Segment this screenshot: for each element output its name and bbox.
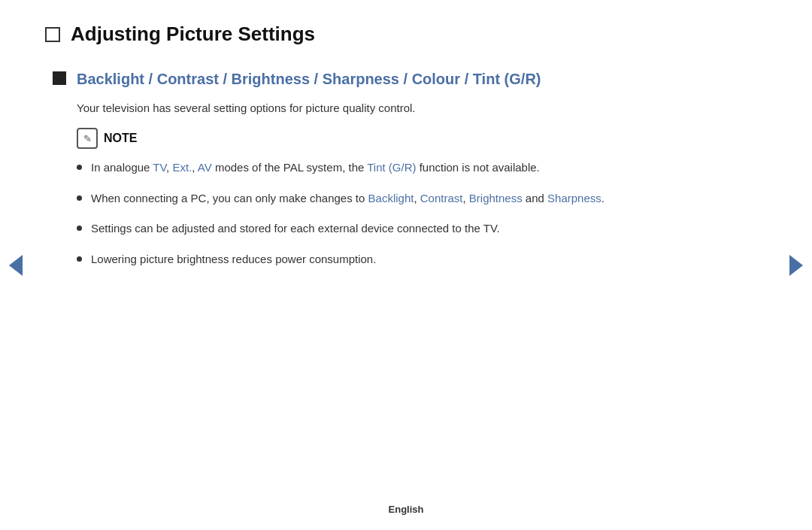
nav-arrow-right[interactable] <box>789 255 803 276</box>
section-bullet-square <box>53 71 66 85</box>
bullet-text-1: In analogue TV, Ext., AV modes of the PA… <box>91 159 752 177</box>
bullet-text-3: Settings can be adjusted and stored for … <box>91 220 752 238</box>
list-item: In analogue TV, Ext., AV modes of the PA… <box>77 159 752 177</box>
inline-link-brightness: Brightness <box>469 192 523 204</box>
section: Backlight / Contrast / Brightness / Shar… <box>53 68 752 268</box>
list-item: Lowering picture brightness reduces powe… <box>77 251 752 268</box>
inline-link-ext: Ext. <box>172 161 192 174</box>
section-header-row: Backlight / Contrast / Brightness / Shar… <box>53 68 752 89</box>
bullet-text-4: Lowering picture brightness reduces powe… <box>91 251 752 268</box>
note-icon: ✎ <box>77 128 98 149</box>
page-container: Adjusting Picture Settings Backlight / C… <box>0 0 812 530</box>
page-title: Adjusting Picture Settings <box>71 23 315 46</box>
inline-link-av: AV <box>198 161 212 174</box>
note-label: NOTE <box>104 132 137 145</box>
note-block: ✎ NOTE In analogue TV, Ext., AV modes of… <box>77 128 752 268</box>
inline-link-tint: Tint (G/R) <box>367 161 416 174</box>
footer-language: English <box>389 504 424 515</box>
checkbox-icon <box>45 27 60 42</box>
bullet-dot <box>77 226 82 231</box>
section-description: Your television has several setting opti… <box>77 101 752 114</box>
section-title-text: Backlight / Contrast / Brightness / Shar… <box>77 71 541 87</box>
page-title-row: Adjusting Picture Settings <box>45 23 752 46</box>
bullet-text-2: When connecting a PC, you can only make … <box>91 190 752 207</box>
list-item: Settings can be adjusted and stored for … <box>77 220 752 238</box>
bullet-list: In analogue TV, Ext., AV modes of the PA… <box>77 159 752 268</box>
list-item: When connecting a PC, you can only make … <box>77 190 752 207</box>
nav-arrow-left[interactable] <box>9 255 23 276</box>
inline-link-sharpness: Sharpness <box>547 192 601 204</box>
inline-link-contrast: Contrast <box>420 192 463 204</box>
bullet-dot <box>77 195 82 201</box>
inline-link-backlight: Backlight <box>368 192 414 204</box>
bullet-dot <box>77 165 82 170</box>
section-title: Backlight / Contrast / Brightness / Shar… <box>77 68 541 89</box>
bullet-dot <box>77 256 82 262</box>
inline-link-tv: TV <box>153 161 166 174</box>
note-header: ✎ NOTE <box>77 128 752 149</box>
